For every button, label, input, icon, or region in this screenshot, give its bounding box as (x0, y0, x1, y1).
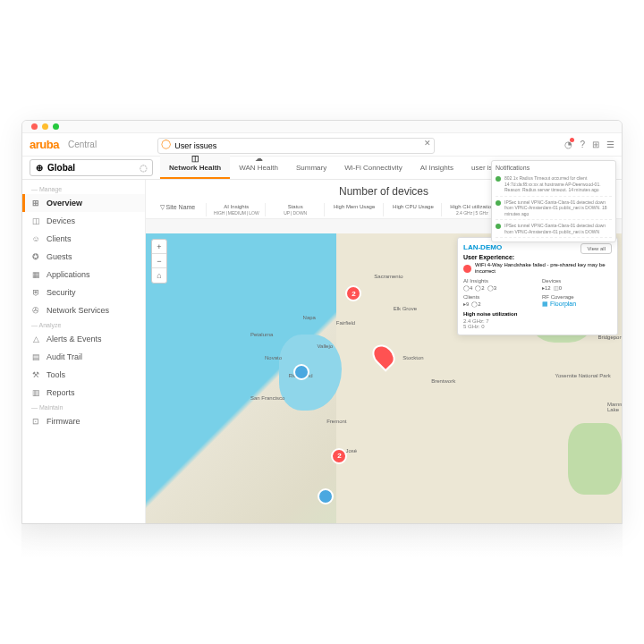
sidebar-item-label: Security (47, 288, 76, 297)
map-city-label: Novato (265, 355, 282, 360)
map-canvas[interactable]: SacramentoElk GroveFairfieldNapaPetaluma… (146, 233, 622, 523)
scope-refresh-icon: ◌ (140, 163, 147, 173)
maximize-window-icon[interactable] (53, 123, 59, 130)
scope-icon: ⊕ (36, 163, 43, 173)
map-city-label: Fremont (326, 419, 346, 424)
network services-icon: ✇ (31, 306, 40, 315)
sidebar-item-tools[interactable]: ⚒Tools (22, 366, 145, 384)
applications-icon: ▦ (31, 270, 40, 279)
map-pin[interactable] (318, 488, 334, 504)
sidebar-item-label: Alerts & Events (47, 335, 102, 343)
popup-ai-values: ◯4◯2◯3 (463, 284, 533, 291)
sidebar-item-label: Devices (47, 216, 75, 225)
sidebar-item-reports[interactable]: ▥Reports (22, 384, 145, 402)
brand-logo: aruba (30, 138, 59, 151)
site-popup: View all LAN-DEMO User Experience: WiFi … (457, 237, 618, 335)
col-header[interactable]: High Mem Usage (326, 203, 384, 216)
map-pin[interactable] (293, 364, 309, 380)
map-city-label: Vallejo (318, 343, 334, 349)
popup-noise-title: High noise utilization (463, 311, 612, 317)
col-header[interactable]: High CPU Usage (386, 203, 443, 216)
sidebar-item-clients[interactable]: ☺Clients (22, 230, 145, 248)
zoom-out-button[interactable]: − (152, 254, 166, 268)
notification-item[interactable]: IPSec tunnel VPNC-Santa-Clara-01 detecte… (496, 197, 612, 221)
map-city-label: Napa (303, 315, 316, 320)
popup-ux-message: WiFi 4-Way Handshake failed - pre-shared… (475, 262, 612, 275)
sidebar-nav: — Manage⊞Overview◫Devices☺Clients✪Guests… (22, 180, 146, 523)
map-zoom-control: + − ⌂ (151, 239, 167, 284)
sidebar-item-label: Network Services (47, 306, 109, 315)
status-dot-icon (496, 200, 501, 206)
sidebar-item-alerts-events[interactable]: △Alerts & Events (22, 330, 145, 348)
notification-item[interactable]: IPSec tunnel VPNC-Santa-Clara-01 detecte… (496, 220, 612, 238)
map-city-label: Brentwork (431, 378, 455, 384)
map-city-label: San Francisco (250, 395, 284, 401)
alert-dot-icon (463, 265, 471, 273)
notifications-icon[interactable]: ◔ (564, 140, 572, 149)
sidebar-item-overview[interactable]: ⊞Overview (22, 194, 145, 212)
popup-rf-title: RF Coverage (542, 294, 612, 300)
map-city-label: Elk Grove (394, 306, 417, 311)
col-header[interactable]: AI InsightsHIGH|MEDIUM|LOW (208, 203, 266, 216)
sidebar-item-firmware[interactable]: ⊡Firmware (22, 412, 145, 430)
sidebar-item-devices[interactable]: ◫Devices (22, 212, 145, 230)
status-dot-icon (496, 224, 501, 229)
popup-devices-values: ▸12◫0 (542, 284, 612, 291)
tab-ai-insights[interactable]: AI Insights (411, 158, 462, 179)
minimize-window-icon[interactable] (42, 123, 48, 130)
clients-icon: ☺ (31, 234, 40, 243)
devices-icon: ◫ (31, 216, 40, 225)
map-city-label: José (345, 448, 357, 453)
popup-ai-title: AI Insights (463, 278, 533, 284)
sidebar-item-applications[interactable]: ▦Applications (22, 266, 145, 284)
sidebar-item-network-services[interactable]: ✇Network Services (22, 301, 145, 319)
sidebar-item-audit-trail[interactable]: ▤Audit Trail (22, 348, 145, 366)
close-window-icon[interactable] (31, 123, 38, 130)
zoom-in-button[interactable]: + (152, 240, 166, 254)
map-city-label: Petaluma (250, 332, 273, 337)
top-bar: aruba Central ◯ ✕ ◔ ? ⊞ ☰ (22, 133, 622, 157)
search-icon: ◯ (161, 139, 170, 148)
scope-label: Global (47, 163, 75, 173)
tab-wi-fi-connectivity[interactable]: Wi-Fi Connectivity (335, 158, 411, 179)
user-menu-icon[interactable]: ☰ (606, 140, 614, 149)
sidebar-section: — Analyze (22, 319, 145, 330)
search-input[interactable] (157, 138, 435, 154)
sidebar-item-label: Overview (47, 199, 82, 208)
map-city-label: Mammoth Lake (607, 402, 622, 412)
audit trail-icon: ▤ (31, 352, 40, 361)
map-city-label: Sacramento (374, 274, 402, 279)
help-icon[interactable]: ? (580, 140, 585, 149)
popup-noise-5: 5 GHz: 0 (463, 324, 612, 329)
map-city-label: Fairfield (336, 320, 355, 326)
view-all-button[interactable]: View all (580, 243, 612, 254)
sidebar-section: — Maintain (22, 402, 145, 412)
tools-icon: ⚒ (31, 370, 40, 379)
zoom-home-button[interactable]: ⌂ (152, 268, 166, 283)
map-city-label: Yosemite National Park (555, 373, 611, 378)
tab-summary[interactable]: Summary (287, 158, 335, 179)
scope-selector[interactable]: ⊕ Global ◌ (30, 159, 153, 176)
sidebar-item-label: Tools (47, 370, 65, 379)
floorplan-link[interactable]: ▦ Floorplan (542, 301, 612, 308)
notification-item[interactable]: 802.1x Radius Timeout occurred for clien… (496, 173, 612, 197)
popup-devices-title: Devices (542, 278, 612, 284)
clear-search-icon[interactable]: ✕ (424, 139, 431, 148)
sidebar-item-guests[interactable]: ✪Guests (22, 248, 145, 266)
sidebar-item-label: Guests (47, 252, 72, 261)
popup-ux-heading: User Experience: (463, 254, 612, 260)
col-header[interactable]: StatusUP|DOWN (267, 203, 325, 216)
col-sitename[interactable]: ▽ Site Name (149, 203, 207, 216)
map-city-label: Bridgeport (597, 335, 622, 340)
app-window: aruba Central ◯ ✕ ◔ ? ⊞ ☰ ⊕ Global ◌ ◫Ne… (21, 120, 623, 524)
main-tabs: ◫Network Health☁WAN HealthSummaryWi-Fi C… (160, 157, 516, 179)
sidebar-item-label: Clients (47, 234, 72, 243)
search-container: ◯ ✕ (157, 136, 435, 154)
alerts & events-icon: △ (31, 335, 40, 343)
security-icon: ⛨ (31, 288, 40, 297)
overview-icon: ⊞ (31, 199, 40, 208)
sidebar-item-security[interactable]: ⛨Security (22, 284, 145, 301)
top-icons: ◔ ? ⊞ ☰ (564, 140, 614, 149)
sidebar-item-label: Audit Trail (47, 352, 82, 361)
apps-grid-icon[interactable]: ⊞ (592, 140, 599, 149)
